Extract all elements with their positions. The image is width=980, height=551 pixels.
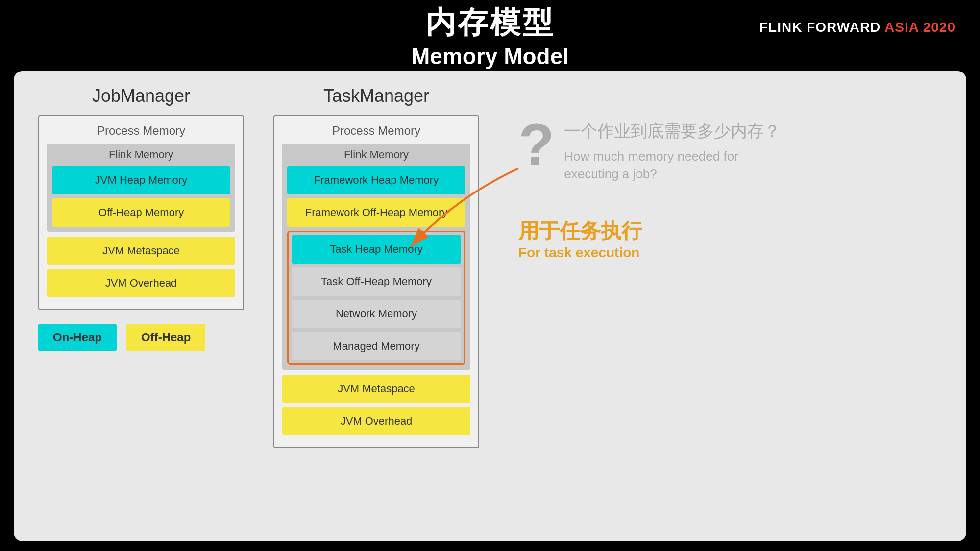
question-chinese: 一个作业到底需要多少内存？ (564, 120, 781, 143)
jm-flink-section: Flink Memory JVM Heap Memory Off-Heap Me… (47, 144, 235, 232)
question-english: How much memory needed for executing a j… (564, 147, 781, 183)
jm-process-box: Process Memory Flink Memory JVM Heap Mem… (38, 115, 244, 310)
title-chinese: 内存模型 (411, 2, 569, 43)
jm-process-label: Process Memory (47, 124, 235, 138)
task-english-label: For task execution (518, 245, 942, 261)
jm-off-heap: Off-Heap Memory (52, 198, 230, 227)
brand-text: FLINK FORWARD (760, 20, 884, 35)
jm-jvm-heap: JVM Heap Memory (52, 166, 230, 194)
arrow-icon (381, 159, 528, 257)
jobmanager-title: JobManager (38, 86, 244, 106)
legend-on-heap: On-Heap (38, 324, 117, 351)
jm-jvm-metaspace: JVM Metaspace (47, 237, 235, 265)
brand-hash: ASIA 2020 (884, 20, 956, 35)
tm-jvm-overhead: JVM Overhead (282, 407, 470, 435)
task-chinese-label: 用于任务执行 (518, 217, 942, 245)
title-english: Memory Model (411, 43, 569, 70)
jm-jvm-overhead: JVM Overhead (47, 269, 235, 297)
jm-flink-label: Flink Memory (52, 148, 230, 161)
legend: On-Heap Off-Heap (38, 324, 244, 351)
tm-managed: Managed Memory (292, 332, 461, 360)
tm-jvm-metaspace: JVM Metaspace (282, 375, 470, 403)
tm-network: Network Memory (292, 300, 461, 328)
right-column: ? 一个作业到底需要多少内存？ How much memory needed f… (479, 86, 942, 261)
tm-task-offheap: Task Off-Heap Memory (292, 267, 461, 296)
brand-label: FLINK FORWARD ASIA 2020 (760, 20, 956, 35)
question-text: 一个作业到底需要多少内存？ How much memory needed for… (564, 115, 781, 183)
columns-layout: JobManager Process Memory Flink Memory J… (38, 86, 942, 527)
main-content: JobManager Process Memory Flink Memory J… (14, 71, 966, 541)
legend-off-heap: Off-Heap (126, 324, 205, 351)
header: 内存模型 Memory Model FLINK FORWARD ASIA 202… (0, 0, 980, 71)
tm-process-label: Process Memory (282, 124, 470, 138)
task-execution-block: 用于任务执行 For task execution (518, 217, 942, 261)
jobmanager-column: JobManager Process Memory Flink Memory J… (38, 86, 244, 351)
header-title: 内存模型 Memory Model (411, 2, 569, 70)
question-block: ? 一个作业到底需要多少内存？ How much memory needed f… (518, 115, 942, 183)
taskmanager-title: TaskManager (273, 86, 479, 106)
taskmanager-column: TaskManager Process Memory Flink Memory … (273, 86, 479, 448)
